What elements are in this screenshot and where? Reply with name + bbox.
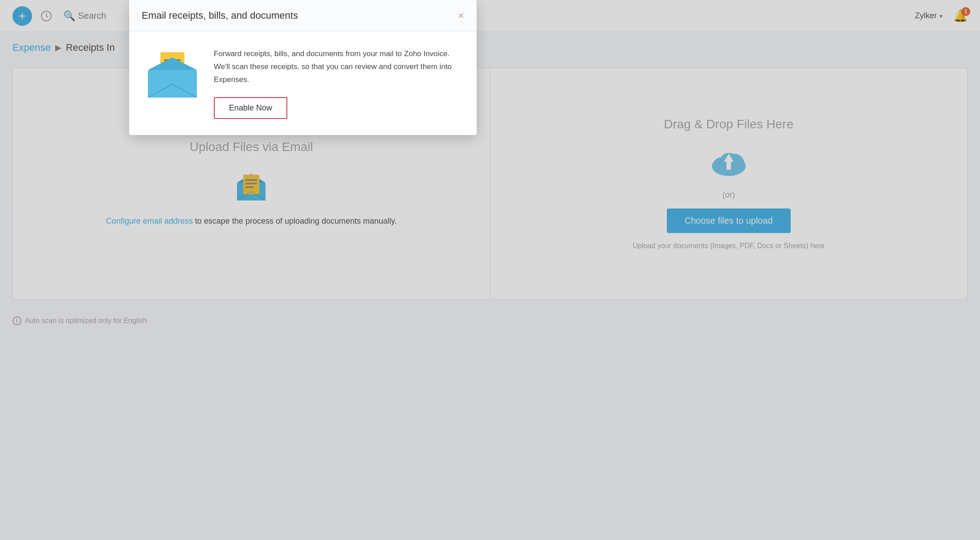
enable-now-button[interactable]: Enable Now [214, 97, 287, 119]
modal-overlay[interactable]: Email receipts, bills, and documents × [0, 0, 980, 540]
email-receipts-modal: Email receipts, bills, and documents × [129, 0, 477, 135]
modal-body: Forward receipts, bills, and documents f… [129, 32, 477, 135]
modal-title: Email receipts, bills, and documents [142, 10, 298, 21]
modal-text-area: Forward receipts, bills, and documents f… [214, 48, 462, 119]
svg-marker-20 [148, 57, 197, 70]
modal-description: Forward receipts, bills, and documents f… [214, 48, 462, 86]
modal-close-button[interactable]: × [458, 10, 464, 21]
modal-header: Email receipts, bills, and documents × [129, 0, 477, 32]
modal-email-illustration [143, 48, 201, 103]
